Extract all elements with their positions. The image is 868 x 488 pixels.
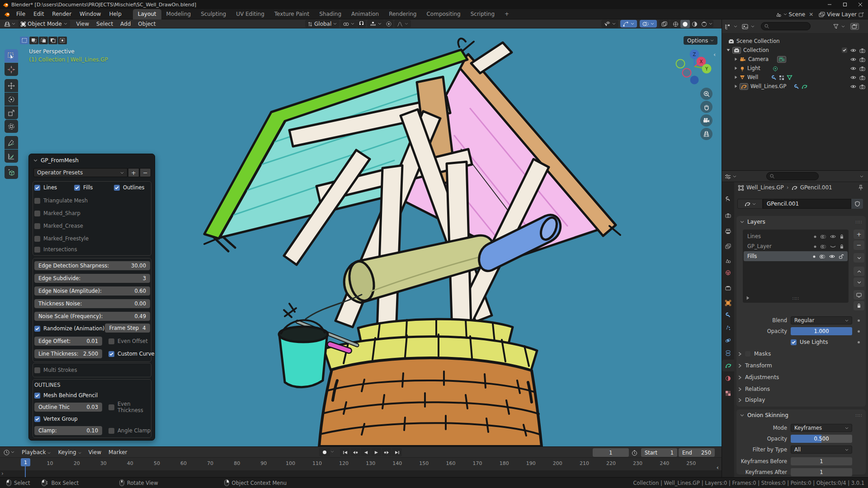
maximize-button[interactable] [837,0,853,9]
thickness-noise-slider[interactable]: Thickness Noise:0.00 [34,299,150,308]
menu-add[interactable]: Add [117,21,134,27]
menu-keying[interactable]: Keying [54,449,85,455]
new-collection-button[interactable] [850,23,859,30]
editor-type-timeline-icon[interactable] [4,449,9,455]
datablock-selector[interactable] [737,199,763,209]
use-preview-range-icon[interactable] [632,450,637,456]
tool-transform[interactable] [5,120,18,133]
menu-edit[interactable]: Edit [29,9,48,19]
noise-scale-frequency-slider[interactable]: Noise Scale (Frequency):0.49 [34,312,150,321]
datablock-name-field[interactable]: GPencil.001 [763,199,851,209]
tab-object-icon[interactable] [722,297,734,309]
menu-select[interactable]: Select [93,21,117,27]
disclosure-triangle[interactable] [726,49,730,52]
menu-playback[interactable]: Playback [18,449,54,455]
view-layer-name[interactable]: View Layer [827,11,857,18]
tab-collection-icon[interactable] [722,282,734,294]
region-collapse-chevron[interactable]: ‹ [717,464,719,471]
editor-type-3d-viewport-icon[interactable] [4,21,11,27]
shading-wireframe-icon[interactable] [671,21,680,27]
opacity-slider[interactable]: 1.000 [791,327,852,335]
animate-dot[interactable] [858,341,860,343]
subpanel-adjustments[interactable]: Adjustments [738,374,779,380]
angle-clamp-checkbox[interactable] [108,428,114,434]
tab-texture-icon[interactable] [722,387,734,399]
clamp-slider[interactable]: Clamp:0.10 [34,426,102,435]
panel-grip[interactable]: ∷∷ [855,220,862,225]
pan-button[interactable] [700,101,712,113]
tab-view-layer-icon[interactable] [722,240,734,252]
multi-strokes-checkbox[interactable] [34,367,40,373]
line-thickness-slider[interactable]: Line Thickness:2.500 [34,349,102,358]
transform-orientation[interactable]: Global [305,20,340,28]
panel-collapse-chevron[interactable] [740,414,744,417]
scene-name[interactable]: Scene [789,11,806,18]
frame-step-slider[interactable]: Frame Step4 [105,324,150,333]
collection-exclude-checkbox[interactable] [842,47,847,53]
marked-sharp-checkbox[interactable] [34,211,40,216]
tool-scale[interactable] [5,106,18,119]
disclosure-triangle[interactable] [735,84,737,88]
marked-freestyle-checkbox[interactable] [34,236,40,242]
hide-eye-icon[interactable] [830,233,836,239]
list-resize-grip[interactable]: ∷∷ [793,296,799,301]
layer-move-up-button[interactable] [854,267,864,276]
tool-move[interactable] [5,79,18,92]
subpanel-masks[interactable]: Masks [738,351,771,357]
lock-open-icon[interactable] [839,253,844,259]
editor-type-outliner-icon[interactable] [725,23,731,29]
tab-compositing[interactable]: Compositing [421,9,465,19]
vertex-group-checkbox[interactable] [34,416,40,422]
scene-browse-chevron[interactable] [783,13,787,15]
subpanel-transform[interactable]: Transform [738,362,772,369]
filter-mode-chevron[interactable] [751,25,755,28]
options-button[interactable]: Options [684,36,717,45]
menu-help[interactable]: Help [105,9,125,19]
layer-row-lines[interactable]: Lines [744,231,848,241]
editor-type-chevron[interactable] [734,25,737,28]
outlines-checkbox[interactable] [114,185,120,191]
editor-type-chevron[interactable] [733,175,736,178]
edge-detection-sharpness-slider[interactable]: Edge Detection Sharpness:30.00 [34,261,150,270]
tab-rendering[interactable]: Rendering [384,9,421,19]
viewport-canvas[interactable]: Options User Perspective (1) Collection … [0,28,722,446]
editor-type-properties-icon[interactable] [725,173,731,179]
jump-to-start-button[interactable] [340,448,350,456]
menu-view[interactable]: View [85,449,105,455]
show-object-types-button[interactable] [601,20,618,28]
proportional-edit-button[interactable] [384,20,393,28]
lines-checkbox[interactable] [34,185,40,191]
add-workspace-button[interactable]: + [500,9,514,19]
hide-eye-icon[interactable] [829,253,835,259]
hide-eye-icon[interactable] [850,74,856,80]
tool-add-cube[interactable] [5,166,18,179]
properties-search-input[interactable] [766,172,819,180]
onion-skin-icon[interactable] [820,233,826,239]
custom-curve-checkbox[interactable] [108,351,114,357]
tab-uv-editing[interactable]: UV Editing [231,9,269,19]
properties-options-chevron[interactable] [860,175,863,178]
hide-eye-icon[interactable] [850,56,856,62]
zoom-button[interactable] [700,88,712,100]
shading-options-chevron[interactable] [709,23,712,25]
animate-dot[interactable] [858,330,860,333]
shading-material-icon[interactable] [690,21,699,27]
tool-measure[interactable] [5,150,18,163]
tab-object-data-icon[interactable] [722,360,734,371]
minimize-button[interactable] [822,0,837,9]
onion-opacity-slider[interactable]: 0.500 [791,435,852,443]
fake-user-button[interactable] [851,199,863,209]
navigation-gizmo[interactable]: Z X Y [675,47,713,87]
triangulate-mesh-checkbox[interactable] [34,198,40,204]
breadcrumb-data[interactable]: GPencil.001 [800,184,832,191]
even-thickness-checkbox[interactable] [108,404,114,410]
keyframes-before-field[interactable]: 1 [791,457,852,465]
select-mode-set[interactable] [20,37,29,44]
snap-toggle-button[interactable] [357,20,366,28]
panel-collapse-chevron[interactable] [740,221,744,223]
outliner-row-scene-collection[interactable]: Scene Collection [722,37,868,46]
jump-to-end-button[interactable] [392,448,402,456]
app-menu-icon[interactable] [0,11,12,17]
outliner-search-input[interactable] [761,22,811,30]
layer-lock-button[interactable] [854,301,864,310]
